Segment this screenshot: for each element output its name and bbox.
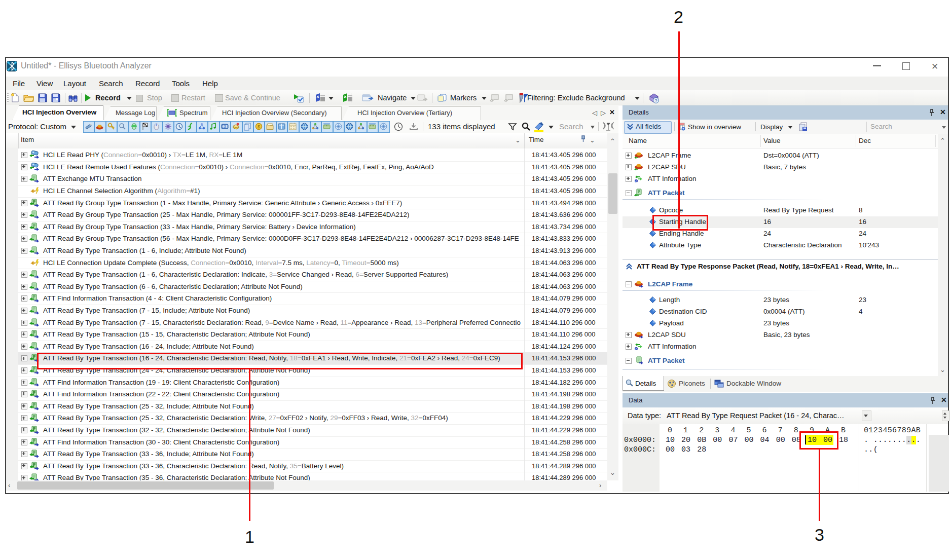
svg-text:e: e: [635, 179, 637, 183]
svg-text:$: $: [258, 124, 260, 129]
svg-text:e: e: [635, 347, 637, 351]
svg-text:?: ?: [654, 98, 657, 103]
